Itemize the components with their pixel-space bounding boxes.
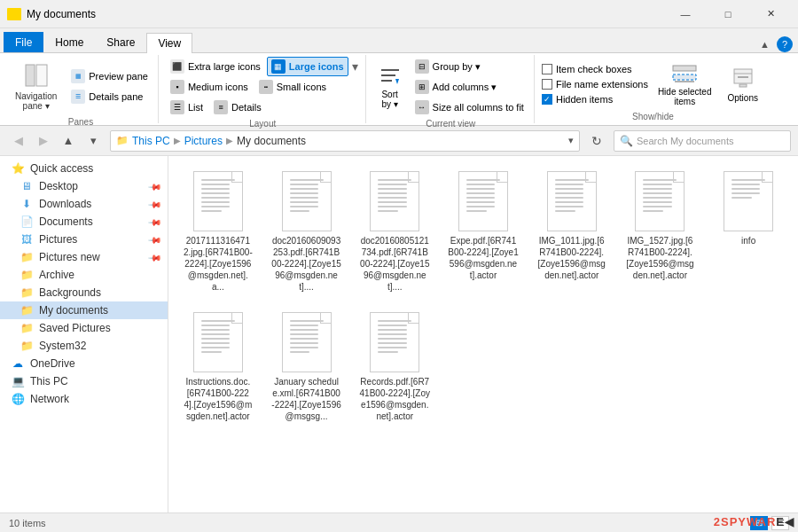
breadcrumb-this-pc[interactable]: This PC [132,135,170,147]
add-columns-icon: ⊞ [415,80,429,94]
search-icon: 🔍 [620,135,633,147]
breadcrumb-my-documents: My documents [237,135,306,147]
file-name-extensions-row[interactable]: File name extensions [542,78,648,90]
file-name-file1: 20171113164712.jpg.[6R741B00-2224].[Zoye… [183,235,254,293]
sort-by-button[interactable]: Sortby ▾ [373,61,407,113]
search-bar[interactable]: 🔍 Search My documents [614,130,791,152]
sidebar-item-onedrive[interactable]: ☁ OneDrive [0,355,168,372]
group-by-button[interactable]: ⊟ Group by ▾ [411,57,528,76]
item-check-boxes-row[interactable]: Item check boxes [542,63,648,75]
file-thumb-file8 [193,312,243,372]
sidebar-item-this-pc[interactable]: 💻 This PC [0,372,168,390]
add-columns-button[interactable]: ⊞ Add columns ▾ [411,77,528,97]
tab-view[interactable]: View [146,33,192,53]
medium-icons-button[interactable]: ▪ Medium icons [166,77,253,97]
archive-icon: 📁 [20,269,34,281]
svg-marker-5 [395,79,399,84]
sidebar-item-saved-pictures[interactable]: 📁 Saved Pictures [0,319,168,337]
medium-icons-label: Medium icons [188,82,248,92]
sidebar-item-pictures[interactable]: 🖼 Pictures 📌 [0,231,168,248]
recent-locations-button[interactable]: ▾ [82,129,105,153]
preview-pane-button[interactable]: ▦ Preview pane [66,66,153,86]
sidebar-item-network[interactable]: 🌐 Network [0,390,168,408]
file-name-file5: IMG_1011.jpg.[6R741B00-2224].[Zoye1596@m… [536,235,607,281]
size-all-columns-button[interactable]: ↔ Size all columns to fit [411,98,528,117]
extra-large-icons-button[interactable]: ⬛ Extra large icons [166,57,265,76]
file-item-file10[interactable]: Records.pdf.[6R741B00-2224].[Zoye1596@ms… [354,306,435,428]
sidebar-label-documents: Documents [39,215,93,228]
title-bar: My documents — □ ✕ [0,0,798,28]
item-check-boxes-checkbox[interactable] [542,64,552,74]
file-name-file3: doc20160805121734.pdf.[6R741B00-2224].[Z… [359,235,430,293]
sidebar-label-system32: System32 [39,340,86,352]
file-item-file1[interactable]: 20171113164712.jpg.[6R741B00-2224].[Zoye… [177,165,259,299]
file-thumb-file6 [635,171,685,231]
file-item-file8[interactable]: Instructions.doc.[6R741B00-2224].[Zoye15… [177,306,259,428]
back-button[interactable]: ◀ [7,129,30,153]
maximize-button[interactable]: □ [708,0,748,28]
file-thumb-lines [732,179,765,199]
tab-share[interactable]: Share [95,32,146,52]
desktop-icon: 🖥 [20,180,34,192]
sidebar-item-pictures-new[interactable]: 📁 Pictures new 📌 [0,248,168,266]
sidebar-item-desktop[interactable]: 🖥 Desktop 📌 [0,177,168,195]
navigation-pane-icon [22,61,51,90]
tab-file[interactable]: File [4,32,43,52]
help-icon[interactable]: ? [777,36,793,52]
details-button[interactable]: ≡ Details [209,98,266,117]
refresh-button[interactable]: ↻ [585,129,608,153]
details-pane-button[interactable]: ☰ Details pane [66,87,153,106]
navigation-pane-button[interactable]: Navigationpane ▾ [9,57,63,115]
small-icons-button[interactable]: ▪▪ Small icons [254,77,331,97]
pictures-icon: 🖼 [20,233,34,246]
quick-access-icon: ⭐ [11,162,25,175]
sidebar-item-system32[interactable]: 📁 System32 [0,337,168,355]
hidden-items-checkbox[interactable]: ✓ [542,94,552,105]
window-title: My documents [27,8,96,20]
breadcrumb-pictures[interactable]: Pictures [184,135,223,147]
minimize-button[interactable]: — [665,0,706,28]
my-documents-icon: 📁 [20,304,34,317]
tab-home[interactable]: Home [43,32,95,52]
list-button[interactable]: ☰ List [166,98,207,117]
sidebar-item-documents[interactable]: 📄 Documents 📌 [0,213,168,231]
nav-arrows: ◀ ▶ ▲ ▾ [7,129,105,153]
file-name-file7: info [741,235,755,246]
file-thumb-file4 [458,171,508,231]
nav-bar: ◀ ▶ ▲ ▾ 📁 This PC ▶ Pictures ▶ My docume… [0,126,798,156]
up-button[interactable]: ▲ [57,129,80,153]
add-columns-label: Add columns ▾ [433,82,497,93]
sidebar-item-backgrounds[interactable]: 📁 Backgrounds [0,284,168,301]
sidebar-label-pictures: Pictures [39,233,77,246]
layout-dropdown-icon[interactable]: ▾ [350,59,360,74]
file-name-file6: IMG_1527.jpg.[6R741B00-2224].[Zoye1596@m… [624,235,695,281]
ribbon-collapse-icon[interactable]: ▲ [760,39,770,50]
large-icons-button[interactable]: ▦ Large icons [267,57,348,76]
network-icon: 🌐 [11,393,25,405]
file-item-file3[interactable]: doc20160805121734.pdf.[6R741B00-2224].[Z… [354,165,435,299]
file-item-file2[interactable]: doc20160609093253.pdf.[6R741B00-2224].[Z… [266,165,348,299]
sidebar-item-archive[interactable]: 📁 Archive [0,266,168,284]
backgrounds-icon: 📁 [20,286,34,299]
forward-button[interactable]: ▶ [32,129,55,153]
sidebar-item-quick-access[interactable]: ⭐ Quick access [0,160,168,177]
file-name-extensions-checkbox[interactable] [542,79,552,90]
close-button[interactable]: ✕ [750,0,791,28]
hide-selected-items-button[interactable]: Hide selecteditems [652,58,718,111]
sidebar-item-my-documents[interactable]: 📁 My documents [0,301,168,319]
file-item-file9[interactable]: January schedule.xml.[6R741B00-2224].[Zo… [266,306,348,428]
sidebar-label-quick-access: Quick access [30,162,93,175]
file-name-file10: Records.pdf.[6R741B00-2224].[Zoye1596@ms… [359,376,430,422]
sidebar-item-downloads[interactable]: ⬇ Downloads 📌 [0,195,168,213]
title-bar-controls: — □ ✕ [665,0,791,28]
file-item-file4[interactable]: Expe.pdf.[6R741B00-2224].[Zoye1596@msgde… [442,165,524,299]
extra-large-icons-label: Extra large icons [188,61,261,72]
onedrive-icon: ☁ [11,357,25,370]
breadcrumb-dropdown-icon[interactable]: ▾ [568,135,574,146]
file-item-file6[interactable]: IMG_1527.jpg.[6R741B00-2224].[Zoye1596@m… [620,165,701,299]
file-item-file5[interactable]: IMG_1011.jpg.[6R741B00-2224].[Zoye1596@m… [531,165,613,299]
file-item-file7[interactable]: info [708,165,789,299]
options-button[interactable]: Options [721,61,763,107]
hidden-items-row[interactable]: ✓ Hidden items [542,93,648,106]
file-thumb-lines [378,179,411,212]
